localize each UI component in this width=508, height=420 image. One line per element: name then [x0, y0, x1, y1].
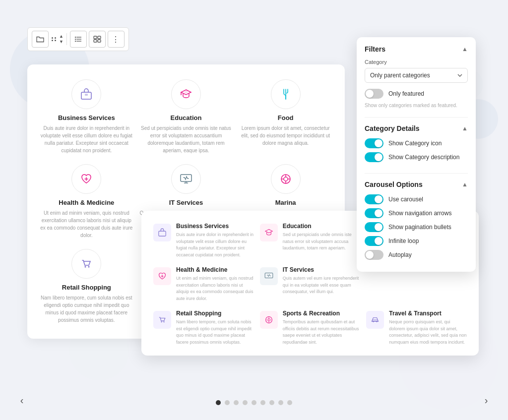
svg-rect-9: [98, 40, 101, 42]
svg-point-23: [88, 266, 90, 268]
list-education-icon: [260, 224, 278, 241]
list-item-travel[interactable]: Travel & Transport Neque porro quisquam …: [366, 310, 467, 346]
use-carousel-toggle[interactable]: [365, 194, 383, 204]
food-desc: Lorem ipsum dolor sit amet, consectetur …: [238, 124, 333, 147]
dot-3[interactable]: [234, 400, 239, 405]
category-select[interactable]: Only parent categories All categories Fe…: [365, 68, 468, 83]
category-item-business[interactable]: Business Services Duis aute irure dolor …: [39, 79, 134, 154]
it-title: IT Services: [169, 199, 203, 206]
infinite-toggle[interactable]: [365, 236, 383, 246]
carousel-options-section: Carousel Options ▲ Use carousel Show nav…: [365, 180, 468, 260]
list-health-icon: [153, 267, 171, 285]
show-icon-toggle[interactable]: [365, 138, 383, 148]
list-retail-icon: [153, 311, 171, 329]
pagination: [216, 400, 292, 405]
folder-button[interactable]: [32, 31, 49, 48]
filters-section: Filters ▲ Category Only parent categorie…: [365, 45, 468, 118]
grid-dots-button[interactable]: [51, 37, 57, 41]
list-business-icon: [153, 224, 171, 241]
list-health-content: Health & Medicine Ut enim ad minim venia…: [176, 266, 254, 302]
show-desc-label: Show Category description: [388, 154, 459, 161]
retail-desc: Nam libero tempore, cum soluta nobis est…: [39, 294, 134, 324]
svg-rect-4: [75, 39, 76, 40]
education-desc: Sed ut perspiciatis unde omnis iste natu…: [139, 124, 234, 154]
marina-icon-circle: [271, 164, 301, 194]
svg-point-17: [284, 177, 288, 181]
show-nav-toggle[interactable]: [365, 208, 383, 218]
dot-8[interactable]: [278, 400, 283, 405]
autoplay-toggle[interactable]: [365, 250, 383, 260]
dot-5[interactable]: [252, 400, 256, 405]
list-travel-content: Travel & Transport Neque porro quisquam …: [389, 310, 467, 346]
svg-rect-11: [85, 94, 88, 96]
category-item-retail[interactable]: Retail Shopping Nam libero tempore, cum …: [39, 249, 134, 324]
dot-4[interactable]: [243, 400, 248, 405]
toolbar: ▲ ▼ ⋮: [27, 27, 129, 51]
list-item-health[interactable]: Health & Medicine Ut enim ad minim venia…: [153, 266, 254, 302]
dot-1[interactable]: [216, 400, 221, 405]
show-nav-label: Show navigation arrows: [388, 210, 451, 217]
only-featured-toggle[interactable]: [365, 89, 383, 99]
dot-6[interactable]: [260, 400, 265, 405]
only-featured-label: Only featured: [388, 90, 424, 97]
autoplay-row: Autoplay: [365, 250, 468, 260]
list-item-education[interactable]: Education Sed ut perspiciatis unde omnis…: [260, 223, 361, 258]
carousel-chevron-icon[interactable]: ▲: [462, 181, 468, 188]
health-icon-circle: [71, 164, 101, 194]
health-desc: Ut enim ad minim veniam, quis nostrud ex…: [39, 209, 134, 239]
card-view-button[interactable]: [89, 31, 106, 48]
category-item-education[interactable]: Education Sed ut perspiciatis unde omnis…: [139, 79, 234, 154]
svg-rect-24: [159, 231, 166, 236]
show-desc-toggle[interactable]: [365, 152, 383, 162]
category-details-title: Category Details: [365, 124, 419, 132]
show-icon-toggle-row: Show Category icon: [365, 138, 468, 148]
category-details-section: Category Details ▲ Show Category icon Sh…: [365, 124, 468, 174]
only-featured-thumb: [366, 90, 374, 98]
retail-icon-circle: [71, 249, 101, 279]
dot-2[interactable]: [225, 400, 230, 405]
retail-title: Retail Shopping: [62, 284, 111, 291]
svg-rect-12: [185, 91, 188, 93]
filters-title: Filters: [365, 45, 385, 53]
category-details-header: Category Details ▲: [365, 124, 468, 132]
list-travel-icon: [366, 311, 384, 329]
list-item-sports[interactable]: Sports & Recreation Temporibus autem qui…: [260, 310, 361, 346]
list-item-business[interactable]: Business Services Duis aute irure dolor …: [153, 223, 254, 258]
list-item-retail[interactable]: Retail Shopping Nam libero tempore, cum …: [153, 310, 254, 346]
list-business-content: Business Services Duis aute irure dolor …: [176, 223, 254, 258]
next-arrow[interactable]: ›: [479, 393, 493, 407]
show-nav-thumb: [375, 209, 382, 217]
food-icon-circle: [271, 79, 301, 109]
list-sports-content: Sports & Recreation Temporibus autem qui…: [283, 310, 361, 346]
dot-7[interactable]: [269, 400, 274, 405]
autoplay-label: Autoplay: [388, 251, 412, 258]
business-icon-circle: [71, 79, 101, 109]
show-icon-thumb: [375, 139, 382, 147]
details-chevron-icon[interactable]: ▲: [462, 125, 468, 132]
dot-9[interactable]: [287, 400, 292, 405]
business-desc: Duis aute irure dolor in reprehenderit i…: [39, 124, 134, 154]
filters-chevron-icon[interactable]: ▲: [462, 46, 468, 53]
use-carousel-thumb: [375, 195, 382, 203]
list-item-it[interactable]: IT Services Quis autem vel eum iure repr…: [260, 266, 361, 302]
category-filter-label: Category: [365, 59, 468, 65]
show-bullets-thumb: [375, 223, 382, 231]
up-down-arrows[interactable]: ▲ ▼: [59, 34, 64, 44]
category-item-food[interactable]: Food Lorem ipsum dolor sit amet, consect…: [238, 79, 333, 154]
carousel-header: Carousel Options ▲: [365, 180, 468, 188]
it-icon-circle: [171, 164, 201, 194]
list-retail-content: Retail Shopping Nam libero tempore, cum …: [176, 310, 254, 346]
prev-arrow[interactable]: ‹: [15, 393, 29, 407]
health-title: Health & Medicine: [59, 199, 114, 206]
list-education-content: Education Sed ut perspiciatis unde omnis…: [283, 223, 361, 252]
infinite-loop-row: Infinite loop: [365, 236, 468, 246]
show-bullets-toggle[interactable]: [365, 222, 383, 232]
show-bullets-label: Show pagination bullets: [388, 224, 451, 231]
more-button[interactable]: ⋮: [108, 31, 125, 48]
show-bullets-row: Show pagination bullets: [365, 222, 468, 232]
list-view-button[interactable]: [70, 31, 87, 48]
carousel-title: Carousel Options: [365, 180, 423, 188]
category-item-health[interactable]: Health & Medicine Ut enim ad minim venia…: [39, 164, 134, 239]
list-sports-icon: [260, 311, 278, 329]
only-featured-toggle-row: Only featured: [365, 89, 468, 99]
